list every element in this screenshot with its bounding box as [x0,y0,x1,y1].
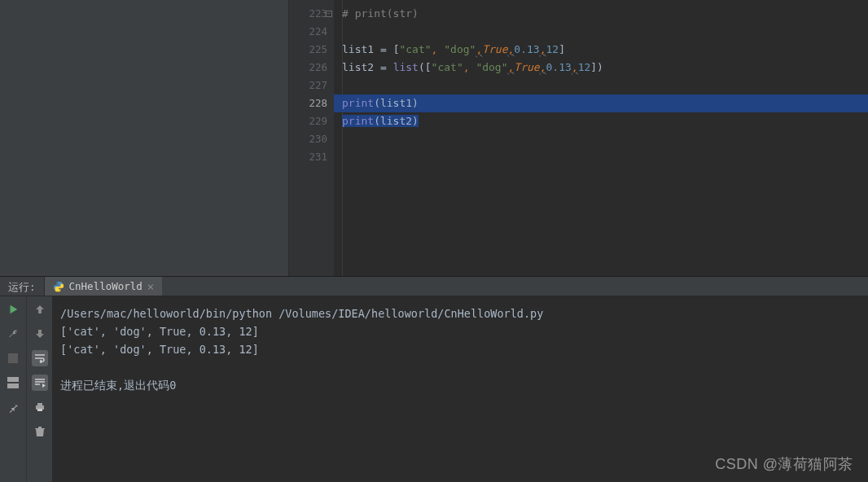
code-line[interactable]: list2 = list(["cat", "dog",True,0.13,12]… [334,59,868,77]
comment-text: # print(str) [342,7,419,20]
layout-icon[interactable] [5,375,21,391]
run-tab-label: CnHelloWorld [69,280,142,292]
line-number: 230 [289,130,327,148]
close-icon[interactable]: × [147,280,154,293]
top-area: 223 224 225 226 227 228 229 230 231 −# p… [0,0,868,276]
pin-icon[interactable] [5,399,21,415]
line-number: 223 [289,5,327,23]
code-line-selected[interactable]: print(list2) [334,112,868,130]
line-number: 228 [289,94,327,112]
svg-rect-0 [8,353,18,363]
rerun-icon[interactable] [5,301,21,318]
scroll-to-end-icon[interactable] [32,375,48,391]
code-line[interactable]: −# print(str) [334,5,868,23]
line-number: 227 [289,77,327,94]
identifier: list2 [342,61,374,73]
up-arrow-icon[interactable] [32,301,48,318]
run-console: /Users/mac/helloworld/bin/python /Volume… [0,296,868,482]
svg-rect-2 [7,383,19,388]
line-number: 229 [289,112,327,130]
run-tab[interactable]: CnHelloWorld × [45,277,163,296]
identifier: list1 [342,43,374,55]
line-number: 226 [289,59,327,77]
fold-icon[interactable]: − [326,11,332,17]
line-number: 231 [289,148,327,166]
stop-icon[interactable] [5,350,21,366]
wrench-icon[interactable] [5,326,21,342]
line-number-gutter: 223 224 225 226 227 228 229 230 231 [289,0,334,276]
console-output[interactable]: /Users/mac/helloworld/bin/python /Volume… [52,296,868,482]
code-editor[interactable]: 223 224 225 226 227 228 229 230 231 −# p… [289,0,868,276]
soft-wrap-icon[interactable] [32,350,48,366]
svg-rect-5 [37,409,42,411]
code-line[interactable] [334,23,868,41]
code-area[interactable]: −# print(str) list1 = ["cat", "dog",True… [334,0,868,276]
console-toolbar-left [0,296,26,482]
console-line: ['cat', 'dog', True, 0.13, 12] [60,325,259,338]
code-line[interactable] [334,148,868,166]
trash-icon[interactable] [32,423,48,440]
line-number: 224 [289,23,327,41]
run-tool-bar: 运行: CnHelloWorld × [0,276,868,296]
line-number: 225 [289,41,327,59]
console-toolbar-2 [26,296,52,482]
code-line[interactable] [334,130,868,148]
code-line[interactable]: list1 = ["cat", "dog",True,0.13,12] [334,41,868,59]
run-label: 运行: [0,277,45,296]
print-icon[interactable] [32,399,48,415]
svg-rect-1 [7,377,19,382]
code-line-selected[interactable]: print(list1) [334,94,868,112]
project-tree-panel[interactable] [0,0,289,276]
console-cmd: /Users/mac/helloworld/bin/python /Volume… [60,307,543,320]
code-line[interactable] [334,77,868,94]
svg-rect-4 [37,403,42,405]
down-arrow-icon[interactable] [32,326,48,342]
console-exit: 进程已结束,退出代码0 [60,379,176,392]
python-file-icon [53,281,64,292]
console-line: ['cat', 'dog', True, 0.13, 12] [60,343,259,356]
